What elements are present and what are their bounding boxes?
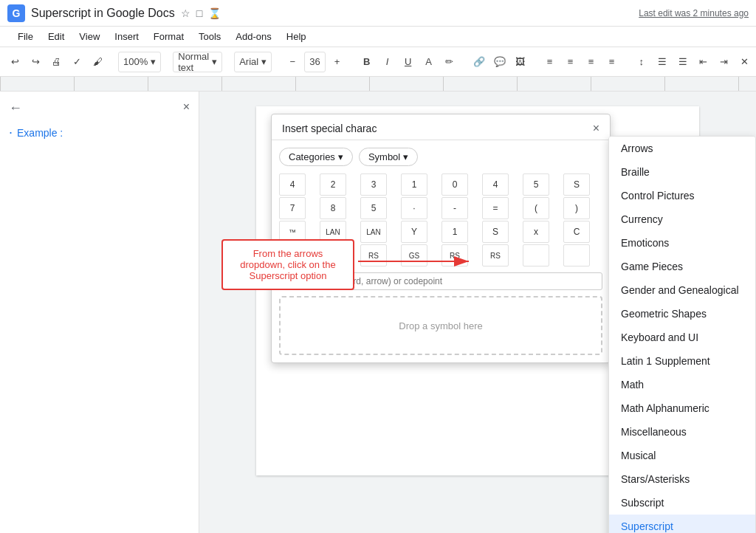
menu-file[interactable]: File bbox=[12, 30, 39, 44]
list-button[interactable]: ☰ bbox=[653, 52, 671, 72]
char-cell[interactable]: 3 bbox=[360, 173, 387, 196]
underline-button[interactable]: U bbox=[399, 52, 417, 72]
indent-decrease-button[interactable]: ⇤ bbox=[695, 52, 712, 72]
char-cell[interactable]: 0 bbox=[441, 173, 468, 196]
font-size-dropdown[interactable]: 36 bbox=[304, 52, 325, 72]
align-center-button[interactable]: ≡ bbox=[562, 52, 580, 72]
undo-button[interactable]: ↩ bbox=[6, 52, 24, 72]
dropdown-item-game[interactable]: Game Pieces bbox=[609, 255, 755, 278]
align-justify-button[interactable]: ≡ bbox=[603, 52, 621, 72]
print-button[interactable]: 🖨 bbox=[47, 52, 65, 72]
highlight-button[interactable]: ✏ bbox=[441, 52, 458, 72]
left-sidebar: ← · Example : × bbox=[0, 92, 199, 533]
menu-edit[interactable]: Edit bbox=[42, 30, 70, 44]
sidebar-back-button[interactable]: ← bbox=[9, 100, 190, 116]
char-cell[interactable]: 5 bbox=[523, 173, 549, 196]
image-button[interactable]: 🖼 bbox=[512, 52, 529, 72]
menu-addons[interactable]: Add-ons bbox=[230, 30, 277, 44]
font-size-decrease-button[interactable]: − bbox=[284, 52, 301, 72]
chevron-down-icon-3: ▾ bbox=[261, 56, 267, 67]
text-color-button[interactable]: A bbox=[420, 52, 438, 72]
menu-format[interactable]: Format bbox=[148, 30, 190, 44]
char-cell[interactable]: 7 bbox=[279, 197, 306, 219]
ruler bbox=[0, 77, 756, 92]
char-cell[interactable]: · bbox=[401, 197, 427, 219]
paint-format-button[interactable]: 🖌 bbox=[89, 52, 106, 72]
font-size-increase-button[interactable]: + bbox=[329, 52, 346, 72]
sidebar-dot: · bbox=[9, 125, 13, 140]
dropdown-item-control[interactable]: Control Pictures bbox=[609, 184, 755, 207]
symbol-label: Symbol bbox=[368, 151, 400, 162]
dropdown-item-math-alpha[interactable]: Math Alphanumeric bbox=[609, 396, 755, 420]
star-icon[interactable]: ☆ bbox=[181, 7, 190, 19]
menu-tools[interactable]: Tools bbox=[193, 30, 227, 44]
link-button[interactable]: 🔗 bbox=[470, 52, 488, 72]
dropdown-item-currency[interactable]: Currency bbox=[609, 207, 755, 231]
dropdown-item-geometric[interactable]: Geometric Shapes bbox=[609, 302, 755, 326]
dropdown-item-subscript[interactable]: Subscript bbox=[609, 491, 755, 515]
dropdown-item-misc[interactable]: Miscellaneous bbox=[609, 420, 755, 444]
cloud-icon[interactable]: ⌛ bbox=[208, 7, 221, 19]
font-dropdown[interactable]: Arial ▾ bbox=[234, 52, 272, 72]
char-cell[interactable]: LAN bbox=[360, 221, 387, 243]
doc-title: Superscript in Google Docs bbox=[31, 7, 175, 20]
align-right-button[interactable]: ≡ bbox=[583, 52, 600, 72]
categories-dropdown[interactable]: Categories ▾ bbox=[279, 148, 353, 166]
char-cell[interactable]: S bbox=[482, 221, 509, 243]
char-cell[interactable]: 4 bbox=[279, 173, 306, 196]
align-left-button[interactable]: ≡ bbox=[541, 52, 559, 72]
categories-chevron-icon: ▾ bbox=[338, 151, 343, 162]
char-cell[interactable]: - bbox=[441, 197, 468, 219]
numbered-list-button[interactable]: ☰ bbox=[674, 52, 692, 72]
dropdown-item-math[interactable]: Math bbox=[609, 373, 755, 396]
char-cell[interactable]: 1 bbox=[441, 221, 468, 243]
zoom-dropdown[interactable]: 100% ▾ bbox=[118, 52, 161, 72]
dropdown-item-stars[interactable]: Stars/Asterisks bbox=[609, 467, 755, 491]
dropdown-item-arrows[interactable]: Arrows bbox=[609, 137, 755, 160]
char-cell[interactable]: RS bbox=[482, 244, 509, 266]
dropdown-item-latin[interactable]: Latin 1 Supplement bbox=[609, 349, 755, 373]
title-icons: ☆ □ ⌛ bbox=[181, 7, 221, 19]
spellcheck-button[interactable]: ✓ bbox=[68, 52, 86, 72]
char-cell[interactable]: 8 bbox=[320, 197, 346, 219]
zoom-value: 100% bbox=[123, 56, 148, 67]
char-cell[interactable]: ( bbox=[523, 197, 549, 219]
sidebar-title: · Example : bbox=[9, 125, 190, 140]
menu-view[interactable]: View bbox=[73, 30, 106, 44]
chevron-down-icon: ▾ bbox=[151, 56, 156, 67]
dropdown-item-emoticons[interactable]: Emoticons bbox=[609, 231, 755, 255]
char-cell[interactable] bbox=[523, 244, 549, 266]
char-cell[interactable]: 2 bbox=[320, 173, 346, 196]
bold-button[interactable]: B bbox=[358, 52, 376, 72]
dropdown-item-gender[interactable]: Gender and Genealogical bbox=[609, 278, 755, 302]
indent-increase-button[interactable]: ⇥ bbox=[715, 52, 733, 72]
char-cell[interactable]: ) bbox=[563, 197, 590, 219]
char-cell[interactable]: S bbox=[563, 173, 590, 196]
comment-button[interactable]: 💬 bbox=[491, 52, 509, 72]
dropdown-item-musical[interactable]: Musical bbox=[609, 444, 755, 467]
redo-button[interactable]: ↪ bbox=[27, 52, 44, 72]
symbol-dropdown[interactable]: Symbol ▾ bbox=[359, 148, 418, 166]
char-cell[interactable] bbox=[563, 244, 590, 266]
folder-icon[interactable]: □ bbox=[196, 7, 202, 19]
char-cell[interactable]: 5 bbox=[360, 197, 387, 219]
italic-button[interactable]: I bbox=[379, 52, 396, 72]
char-cell[interactable]: Y bbox=[401, 221, 427, 243]
char-cell[interactable]: x bbox=[523, 221, 549, 243]
char-cell[interactable]: 1 bbox=[401, 173, 427, 196]
chevron-down-icon-2: ▾ bbox=[212, 56, 217, 67]
menu-insert[interactable]: Insert bbox=[109, 30, 145, 44]
sidebar-close-button[interactable]: × bbox=[183, 100, 190, 114]
dropdown-item-braille[interactable]: Braille bbox=[609, 160, 755, 184]
clear-format-button[interactable]: ✕ bbox=[736, 52, 754, 72]
app-icon: G bbox=[7, 4, 25, 22]
style-dropdown[interactable]: Normal text ▾ bbox=[173, 52, 222, 72]
char-cell[interactable]: = bbox=[482, 197, 509, 219]
char-cell[interactable]: C bbox=[563, 221, 590, 243]
char-cell[interactable]: 4 bbox=[482, 173, 509, 196]
menu-help[interactable]: Help bbox=[281, 30, 312, 44]
dropdown-item-keyboard[interactable]: Keyboard and UI bbox=[609, 326, 755, 349]
dialog-close-button[interactable]: × bbox=[593, 122, 599, 135]
dropdown-item-superscript[interactable]: Superscript bbox=[609, 515, 755, 533]
line-spacing-button[interactable]: ↕ bbox=[633, 52, 650, 72]
